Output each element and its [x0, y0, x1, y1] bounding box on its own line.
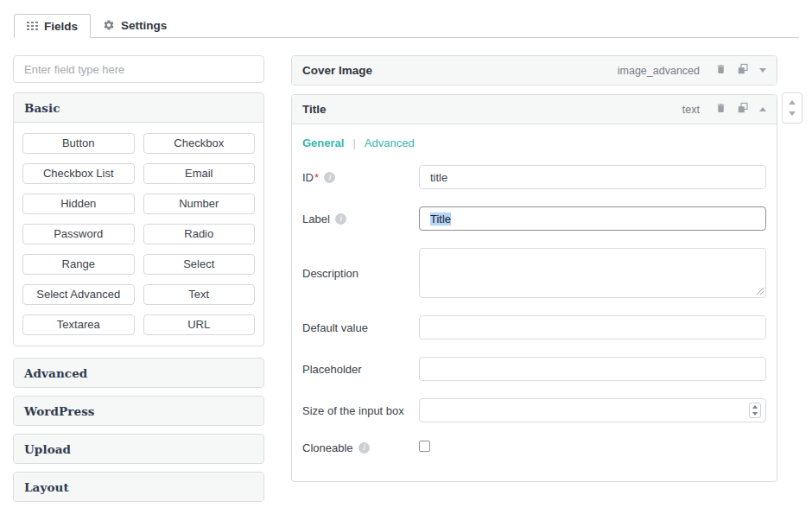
cloneable-checkbox[interactable] — [419, 441, 430, 452]
tab-general[interactable]: General — [302, 136, 344, 149]
field-type-button[interactable]: Textarea — [22, 314, 135, 335]
field-settings-tabs: General | Advanced — [302, 136, 766, 149]
duplicate-icon — [737, 102, 749, 117]
tab-settings-label: Settings — [121, 19, 167, 32]
required-asterisk: * — [314, 171, 319, 184]
stepper-up-icon[interactable] — [752, 405, 758, 409]
field-type-button[interactable]: Select Advanced — [22, 284, 135, 305]
number-stepper[interactable] — [749, 403, 761, 418]
field-type-search-input[interactable] — [13, 55, 264, 83]
label-label: Label i — [302, 213, 419, 225]
gear-icon — [103, 19, 115, 31]
field-card-header[interactable]: Title text — [292, 95, 777, 124]
section-advanced: Advanced — [13, 358, 264, 388]
form-row-label: Label i Title — [302, 206, 766, 231]
field-type-button[interactable]: Select — [143, 254, 256, 275]
section-wordpress: WordPress — [13, 396, 264, 426]
duplicate-field-button[interactable] — [737, 63, 749, 78]
info-icon: i — [358, 442, 370, 454]
move-field-down-button[interactable] — [789, 111, 796, 116]
trash-icon — [715, 63, 726, 78]
field-types-sidebar: Basic Button Checkbox Checkbox List Emai… — [13, 55, 264, 502]
trash-icon — [715, 102, 726, 117]
form-row-description: Description — [302, 248, 766, 298]
field-type-badge: image_advanced — [618, 65, 700, 77]
subtab-separator: | — [352, 136, 355, 149]
fields-editor: Cover Image image_advanced — [291, 55, 777, 482]
section-basic: Basic Button Checkbox Checkbox List Emai… — [13, 92, 264, 346]
field-type-button[interactable]: Hidden — [22, 194, 135, 214]
field-type-button[interactable]: Checkbox — [143, 133, 256, 154]
section-layout-header[interactable]: Layout — [14, 473, 263, 501]
field-card-header[interactable]: Cover Image image_advanced — [292, 56, 777, 85]
field-type-grid: Button Checkbox Checkbox List Email Hidd… — [14, 123, 263, 346]
form-row-placeholder: Placeholder — [302, 357, 766, 381]
section-basic-header[interactable]: Basic — [14, 93, 263, 123]
description-textarea[interactable] — [419, 248, 766, 298]
field-card-title: Title — [302, 103, 682, 116]
field-type-button[interactable]: Password — [22, 224, 135, 244]
section-advanced-header[interactable]: Advanced — [14, 359, 263, 387]
field-card-title-field: Title text — [291, 94, 777, 482]
field-type-button[interactable]: Text — [143, 284, 256, 305]
placeholder-label: Placeholder — [302, 363, 419, 376]
form-row-id: ID* i — [302, 165, 766, 189]
placeholder-input[interactable] — [419, 357, 766, 381]
metabox-builder-app: Fields Settings Basic Button Checkbox Ch… — [0, 13, 812, 502]
cloneable-label: Cloneable i — [302, 441, 419, 454]
chevron-down-icon — [759, 68, 766, 73]
field-type-badge: text — [682, 104, 700, 116]
field-type-button[interactable]: Email — [143, 163, 256, 184]
size-label: Size of the input box — [302, 404, 419, 417]
default-value-label: Default value — [302, 321, 419, 334]
label-input[interactable]: Title — [419, 206, 766, 231]
info-icon: i — [324, 172, 335, 183]
section-layout: Layout — [13, 472, 264, 502]
default-value-input[interactable] — [419, 315, 766, 339]
field-card-cover-image: Cover Image image_advanced — [291, 55, 777, 86]
delete-field-button[interactable] — [715, 63, 726, 78]
section-upload-header[interactable]: Upload — [14, 435, 263, 463]
section-wordpress-header[interactable]: WordPress — [14, 397, 263, 425]
id-label: ID* i — [302, 171, 419, 184]
size-number-input[interactable] — [419, 398, 766, 422]
main-tab-bar: Fields Settings — [14, 13, 799, 38]
tab-advanced[interactable]: Advanced — [365, 136, 415, 149]
field-type-button[interactable]: Number — [143, 194, 256, 214]
toggle-field-button[interactable] — [759, 68, 766, 73]
section-upload: Upload — [13, 434, 264, 464]
grid-dots-icon — [27, 22, 38, 31]
field-type-button[interactable]: Checkbox List — [22, 163, 135, 184]
tab-fields[interactable]: Fields — [14, 14, 91, 38]
duplicate-icon — [737, 63, 749, 78]
move-field-up-button[interactable] — [789, 100, 796, 105]
form-row-default-value: Default value — [302, 315, 766, 339]
info-icon: i — [335, 213, 346, 225]
form-row-size: Size of the input box — [302, 398, 766, 422]
description-label: Description — [302, 267, 419, 280]
field-settings-body: General | Advanced ID* i — [292, 124, 777, 481]
stepper-down-icon[interactable] — [752, 412, 758, 416]
chevron-up-icon — [759, 107, 766, 111]
field-type-button[interactable]: Radio — [143, 224, 256, 244]
form-row-cloneable: Cloneable i — [302, 440, 766, 455]
selected-text: Title — [430, 213, 451, 225]
tab-settings[interactable]: Settings — [91, 13, 179, 37]
tab-fields-label: Fields — [44, 20, 78, 33]
delete-field-button[interactable] — [715, 102, 726, 117]
field-card-title: Cover Image — [302, 64, 618, 77]
field-type-button[interactable]: Range — [22, 254, 135, 275]
id-input[interactable] — [419, 165, 766, 189]
toggle-field-button[interactable] — [759, 107, 766, 111]
field-reorder-control — [782, 92, 802, 124]
field-type-button[interactable]: Button — [22, 133, 135, 154]
duplicate-field-button[interactable] — [737, 102, 749, 117]
field-type-button[interactable]: URL — [143, 314, 256, 335]
